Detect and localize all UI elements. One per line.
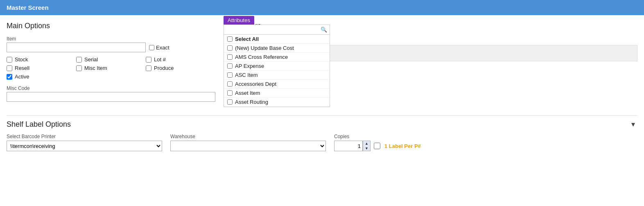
exact-checkbox-label[interactable]: Exact <box>149 45 169 51</box>
attr-checkbox-3[interactable] <box>227 72 233 78</box>
stock-label: Stock <box>15 56 28 63</box>
exact-text: Exact <box>156 45 169 51</box>
warehouse-select[interactable] <box>170 141 326 151</box>
attr-label-1: AMS Cross Reference <box>235 54 288 60</box>
misc-code-input[interactable] <box>7 92 215 102</box>
lot-label: Lot # <box>154 56 166 63</box>
app-header: Master Screen <box>0 0 644 15</box>
attributes-search-row: 🔍 <box>224 25 330 34</box>
app-title: Master Screen <box>7 4 49 11</box>
attr-checkbox-0[interactable] <box>227 45 233 51</box>
attr-label-2: AP Expense <box>235 63 264 69</box>
attr-label-0: (New) Update Base Cost <box>235 45 294 51</box>
active-checkbox[interactable] <box>7 74 12 80</box>
resell-label: Resell <box>15 65 29 71</box>
produce-label: Produce <box>154 65 174 71</box>
copies-checkbox[interactable] <box>374 143 380 149</box>
warehouse-field: Warehouse <box>170 134 326 151</box>
produce-checkbox[interactable] <box>146 65 151 71</box>
attr-item-0[interactable]: (New) Update Base Cost <box>224 44 330 53</box>
main-options-title: Main Options <box>7 22 215 30</box>
main-content: Main Options Item Exact Stock Serial <box>0 15 644 158</box>
resell-checkbox[interactable] <box>7 65 12 71</box>
misc-item-checkbox[interactable] <box>76 65 82 71</box>
attr-item-5[interactable]: Asset Item <box>224 89 330 98</box>
copies-down-button[interactable]: ▼ <box>363 146 370 151</box>
serial-label: Serial <box>84 56 98 63</box>
attributes-search-input[interactable] <box>224 25 318 34</box>
main-options-panel: Main Options Item Exact Stock Serial <box>7 22 224 102</box>
attr-select-all-label: Select All <box>235 36 259 42</box>
exact-checkbox[interactable] <box>149 45 154 50</box>
misc-item-checkbox-item[interactable]: Misc Item <box>76 65 146 71</box>
shelf-collapse-button[interactable]: ▾ <box>629 120 637 129</box>
shelf-label-section: Shelf Label Options ▾ Select Barcode Pri… <box>7 115 637 151</box>
attr-checkbox-4[interactable] <box>227 81 233 87</box>
misc-code-label: Misc Code <box>7 85 215 91</box>
serial-checkbox[interactable] <box>76 57 82 63</box>
produce-checkbox-item[interactable]: Produce <box>146 65 215 71</box>
active-checkbox-item[interactable]: Active <box>7 74 76 80</box>
item-label: Item <box>7 36 215 42</box>
attr-select-all-checkbox[interactable] <box>227 36 233 42</box>
warehouse-label: Warehouse <box>170 134 326 139</box>
resell-checkbox-item[interactable]: Resell <box>7 65 76 71</box>
active-label: Active <box>15 74 29 80</box>
attr-label-6: Asset Routing <box>235 99 268 105</box>
attributes-tab[interactable]: Attributes <box>224 16 254 25</box>
attr-item-3[interactable]: ASC Item <box>224 71 330 80</box>
copies-row: ▲ ▼ 1 Label Per P# <box>334 141 421 151</box>
attr-label-4: Accessories Dept <box>235 81 276 87</box>
printer-label: Select Barcode Printer <box>7 134 162 139</box>
copies-input[interactable] <box>334 141 363 151</box>
copies-label: Copies <box>334 134 421 139</box>
shelf-label-title: Shelf Label Options <box>7 120 71 129</box>
attr-select-all-item[interactable]: Select All <box>224 35 330 44</box>
attributes-area: Attributes 🔍 Select All (New) Update Bas… <box>219 16 637 107</box>
attributes-list: Select All (New) Update Base Cost AMS Cr… <box>224 34 330 107</box>
misc-item-label: Misc Item <box>84 65 107 71</box>
lot-checkbox-item[interactable]: Lot # <box>146 56 215 63</box>
label-per-p: 1 Label Per P# <box>384 143 421 149</box>
attr-item-1[interactable]: AMS Cross Reference <box>224 53 330 62</box>
attr-checkbox-2[interactable] <box>227 63 233 69</box>
shelf-header: Shelf Label Options ▾ <box>7 120 637 129</box>
attr-item-2[interactable]: AP Expense <box>224 62 330 71</box>
search-icon: 🔍 <box>318 25 330 34</box>
shelf-fields: Select Barcode Printer \\termcon\receivi… <box>7 134 637 151</box>
item-input[interactable] <box>7 43 146 52</box>
attr-item-4[interactable]: Accessories Dept <box>224 80 330 89</box>
lot-checkbox[interactable] <box>146 57 151 63</box>
attr-item-6[interactable]: Asset Routing <box>224 98 330 107</box>
attr-checkbox-1[interactable] <box>227 54 233 60</box>
serial-checkbox-item[interactable]: Serial <box>76 56 146 63</box>
attr-label-3: ASC Item <box>235 72 258 78</box>
attr-checkbox-6[interactable] <box>227 99 233 105</box>
copies-field: Copies ▲ ▼ 1 Label Per P# <box>334 134 421 151</box>
printer-select[interactable]: \\termcon\receiving <box>7 141 162 151</box>
item-type-checkboxes: Stock Serial Lot # Resell Misc Item <box>7 56 215 80</box>
copies-up-button[interactable]: ▲ <box>363 141 370 146</box>
stock-checkbox-item[interactable]: Stock <box>7 56 76 63</box>
attr-label-5: Asset Item <box>235 90 260 96</box>
copies-spinners: ▲ ▼ <box>363 141 371 151</box>
printer-field: Select Barcode Printer \\termcon\receivi… <box>7 134 162 151</box>
attributes-panel: Attributes 🔍 Select All (New) Update Bas… <box>224 16 330 107</box>
attr-checkbox-5[interactable] <box>227 90 233 96</box>
item-row: Exact <box>7 43 215 52</box>
stock-checkbox[interactable] <box>7 57 12 63</box>
